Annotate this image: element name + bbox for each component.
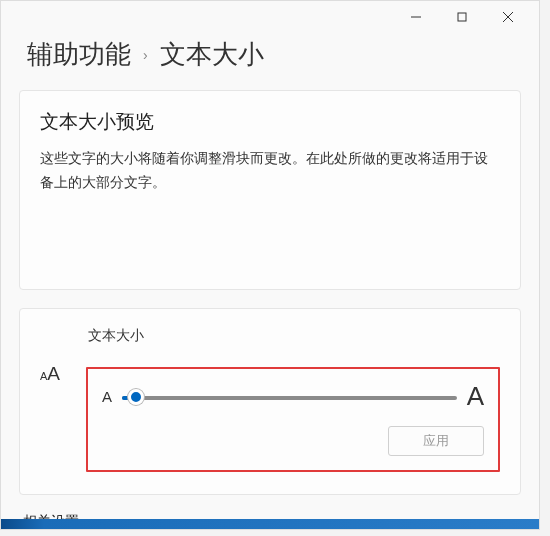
minimize-button[interactable]: [393, 1, 439, 33]
slider-label: 文本大小: [88, 327, 500, 345]
highlight-annotation: A A 应用: [86, 367, 500, 472]
slider-max-label: A: [467, 381, 484, 412]
slider-min-label: A: [102, 388, 112, 405]
text-size-icon: AA: [40, 363, 86, 385]
settings-window: 辅助功能 › 文本大小 文本大小预览 这些文字的大小将随着你调整滑块而更改。在此…: [0, 0, 540, 530]
maximize-button[interactable]: [439, 1, 485, 33]
text-size-preview-card: 文本大小预览 这些文字的大小将随着你调整滑块而更改。在此处所做的更改将适用于设备…: [19, 90, 521, 290]
breadcrumb-current: 文本大小: [160, 37, 264, 72]
breadcrumb: 辅助功能 › 文本大小: [1, 33, 539, 90]
preview-body: 这些文字的大小将随着你调整滑块而更改。在此处所做的更改将适用于设备上的大部分文字…: [40, 147, 500, 195]
content: 文本大小预览 这些文字的大小将随着你调整滑块而更改。在此处所做的更改将适用于设备…: [1, 90, 539, 536]
apply-button[interactable]: 应用: [388, 426, 484, 456]
titlebar: [1, 1, 539, 33]
close-button[interactable]: [485, 1, 531, 33]
taskbar: [1, 519, 539, 529]
preview-title: 文本大小预览: [40, 109, 500, 135]
svg-rect-1: [458, 13, 466, 21]
text-size-slider-card: AA 文本大小 A A: [19, 308, 521, 495]
slider-track: [122, 396, 457, 400]
breadcrumb-parent[interactable]: 辅助功能: [27, 37, 131, 72]
text-size-slider[interactable]: [122, 387, 457, 407]
chevron-right-icon: ›: [143, 47, 148, 63]
slider-thumb[interactable]: [128, 389, 144, 405]
